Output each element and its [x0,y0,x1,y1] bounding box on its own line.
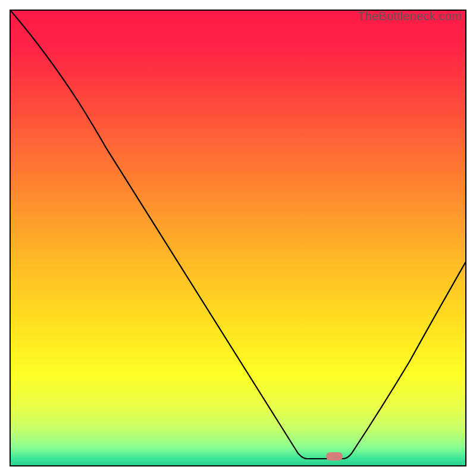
minimum-marker [326,452,343,461]
chart-curve [11,11,465,465]
watermark-text: TheBottleneck.com [358,10,462,23]
chart-frame: TheBottleneck.com [10,10,466,466]
